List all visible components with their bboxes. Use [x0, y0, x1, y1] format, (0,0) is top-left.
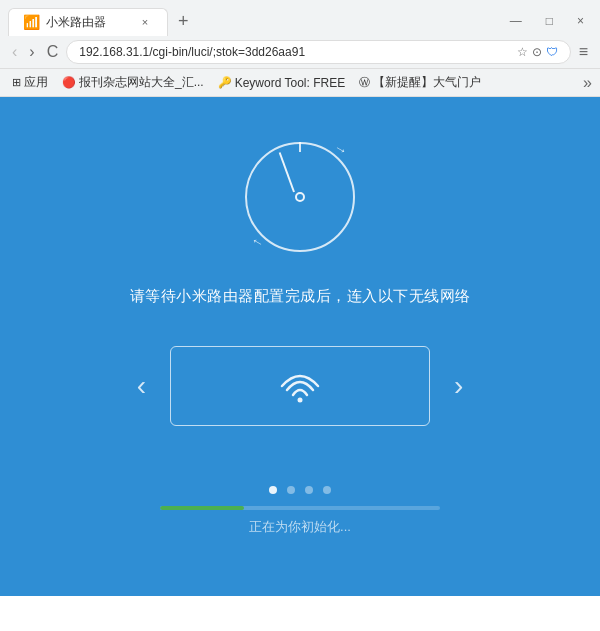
carousel-left-button[interactable]: ‹: [129, 362, 154, 410]
refresh-button[interactable]: C: [43, 41, 63, 63]
tab-close-button[interactable]: ×: [137, 14, 153, 30]
address-bar[interactable]: 192.168.31.1/cgi-bin/luci/;stok=3dd26aa9…: [66, 40, 570, 64]
title-bar: 📶 小米路由器 × + — □ ×: [0, 0, 600, 36]
dot-1: [269, 486, 277, 494]
clock-center-dot: [295, 192, 305, 202]
bookmark-keyword[interactable]: 🔑 Keyword Tool: FREE: [214, 74, 350, 92]
keyword-icon: 🔑: [218, 76, 232, 89]
progress-bar-track: [160, 506, 440, 510]
shield-icon: 🛡: [546, 45, 558, 59]
carousel-right-button[interactable]: ›: [446, 362, 471, 410]
magazines-icon: 🔴: [62, 76, 76, 89]
carousel-area: ‹ ›: [0, 346, 600, 426]
address-icons: ☆ ⊙ 🛡: [517, 45, 558, 59]
new-tab-button[interactable]: +: [168, 7, 199, 36]
back-button[interactable]: ‹: [8, 41, 21, 63]
address-text: 192.168.31.1/cgi-bin/luci/;stok=3dd26aa9…: [79, 45, 510, 59]
subtitle-text: 请等待小米路由器配置完成后，连入以下无线网络: [130, 287, 471, 306]
cast-icon: ⊙: [532, 45, 542, 59]
progress-bar-area: 正在为你初始化...: [0, 506, 600, 536]
bookmark-wp-label: 【新提醒】大气门户: [373, 74, 481, 91]
bookmark-apps[interactable]: ⊞ 应用: [8, 72, 52, 93]
bookmarks-bar: ⊞ 应用 🔴 报刊杂志网站大全_汇... 🔑 Keyword Tool: FRE…: [0, 68, 600, 96]
bookmarks-more-button[interactable]: »: [583, 74, 592, 92]
tab-title: 小米路由器: [46, 14, 106, 31]
forward-button[interactable]: ›: [25, 41, 38, 63]
dot-2: [287, 486, 295, 494]
svg-point-0: [298, 398, 303, 403]
carousel-card: [170, 346, 430, 426]
bookmark-apps-label: 应用: [24, 74, 48, 91]
apps-icon: ⊞: [12, 76, 21, 89]
bookmark-magazines-label: 报刊杂志网站大全_汇...: [79, 74, 204, 91]
bookmark-magazines[interactable]: 🔴 报刊杂志网站大全_汇...: [58, 72, 208, 93]
menu-button[interactable]: ≡: [575, 41, 592, 63]
tab-wifi-icon: 📶: [23, 14, 40, 30]
wifi-icon-large: [276, 368, 324, 404]
progress-bar-fill: [160, 506, 244, 510]
dot-4: [323, 486, 331, 494]
bookmark-star-icon[interactable]: ☆: [517, 45, 528, 59]
tab-area: 📶 小米路由器 × +: [8, 7, 199, 36]
progress-label: 正在为你初始化...: [249, 518, 351, 536]
progress-dots: [269, 486, 331, 494]
maximize-button[interactable]: □: [538, 12, 561, 30]
nav-bar: ‹ › C 192.168.31.1/cgi-bin/luci/;stok=3d…: [0, 36, 600, 68]
clock-tick: [299, 142, 301, 152]
window-controls: — □ ×: [502, 12, 592, 30]
wp-icon: Ⓦ: [359, 75, 370, 90]
main-content: → → 请等待小米路由器配置完成后，连入以下无线网络 ‹ ›: [0, 97, 600, 596]
loading-clock: → →: [240, 137, 360, 257]
bookmark-keyword-label: Keyword Tool: FREE: [235, 76, 346, 90]
browser-tab[interactable]: 📶 小米路由器 ×: [8, 8, 168, 36]
close-button[interactable]: ×: [569, 12, 592, 30]
minimize-button[interactable]: —: [502, 12, 530, 30]
dot-3: [305, 486, 313, 494]
bookmark-wp[interactable]: Ⓦ 【新提醒】大气门户: [355, 72, 485, 93]
browser-chrome: 📶 小米路由器 × + — □ × ‹ › C 192.168.31.1/cgi…: [0, 0, 600, 97]
